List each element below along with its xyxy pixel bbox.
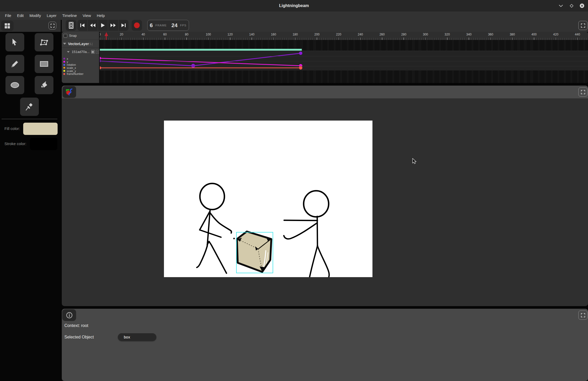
playback-controls [77, 20, 128, 31]
fill-color-swatch[interactable] [23, 123, 58, 135]
property-row-scale_x[interactable]: scale_x [62, 66, 99, 69]
grid-view-button[interactable] [1, 21, 14, 31]
play-button[interactable] [98, 20, 108, 31]
menu-item-help[interactable]: Help [94, 11, 108, 20]
frame-unit-label: FRAME [155, 24, 167, 27]
tool-ellipse[interactable] [5, 76, 24, 94]
property-row-y[interactable]: y [62, 60, 99, 63]
play-icon [101, 23, 105, 27]
keyframe-curve-area[interactable] [100, 51, 588, 70]
skip-to-end-button[interactable] [119, 20, 128, 31]
layer-row[interactable]: VectorLayer [L] [62, 40, 99, 48]
maximize-button[interactable] [568, 3, 575, 9]
ruler-major-tick [165, 38, 165, 40]
tools-expand-button[interactable] [48, 22, 56, 29]
inspector-panel: Context: root Selected Object box [62, 309, 588, 381]
layer-span-bar[interactable] [100, 49, 302, 51]
ruler-minor-ticks [100, 38, 588, 40]
context-text: Context: root [64, 323, 88, 328]
skip-to-start-button[interactable] [77, 20, 88, 31]
ruler-label: 120 [228, 33, 233, 36]
layer-collapse-icon[interactable] [63, 43, 66, 45]
menu-item-modify[interactable]: Modify [27, 11, 44, 20]
film-button[interactable] [66, 20, 76, 31]
ellipse-icon [10, 82, 19, 88]
property-row-x[interactable]: x [62, 57, 99, 60]
ruler-major-tick [360, 38, 361, 40]
chevron-down-icon [559, 5, 563, 7]
property-color-dot [63, 73, 65, 75]
ruler-label: 300 [423, 33, 428, 36]
ruler-major-tick [382, 38, 382, 40]
sublayer-visibility-toggle[interactable] [91, 50, 95, 54]
ruler-major-tick [425, 38, 426, 40]
fast-forward-button[interactable] [108, 20, 118, 31]
ruler-major-tick [186, 38, 187, 40]
stroke-color-swatch[interactable] [30, 138, 57, 150]
filled-square-icon [92, 51, 94, 53]
timeline-ruler[interactable]: 0204060801001201401601802002202402602803… [100, 32, 588, 40]
sublayer-row[interactable]: 151ad70a... ~ [62, 48, 99, 56]
menu-item-layer[interactable]: Layer [44, 11, 59, 20]
menu-bar: FileEditModifyLayerTimelineViewHelp [0, 11, 588, 20]
sublayer-curve-toggle[interactable]: ~ [96, 50, 99, 54]
ruler-major-tick [512, 38, 513, 40]
tool-transform[interactable] [35, 33, 53, 51]
ruler-major-tick [295, 38, 296, 40]
keyframe-dot-x [299, 52, 302, 55]
frame-fps-display: 6 FRAME 24 FPS [147, 20, 189, 31]
window-title: Lightningbeam [0, 0, 588, 11]
tool-eyedropper[interactable] [20, 98, 39, 116]
property-row-rotation[interactable]: rotation [62, 63, 99, 66]
property-row-scale_y[interactable]: scale_y [62, 69, 99, 73]
ruler-label: 360 [488, 33, 493, 36]
fast-forward-icon [111, 23, 116, 27]
property-name: rotation [67, 63, 76, 66]
property-name: frameNumber [67, 72, 83, 75]
layer-name: VectorLayer [68, 42, 89, 46]
record-button[interactable] [132, 20, 142, 31]
snap-label: Snap [69, 32, 77, 40]
tool-select[interactable] [5, 33, 24, 51]
canvas-expand-button[interactable] [578, 87, 587, 97]
stage[interactable] [164, 121, 372, 277]
ruler-major-tick [469, 38, 469, 40]
ruler-major-tick [447, 38, 448, 40]
sublayer-name: 151ad70a... [72, 50, 90, 54]
transform-icon [40, 38, 48, 46]
menu-item-file[interactable]: File [2, 11, 14, 20]
info-button[interactable] [62, 309, 76, 321]
tools-panel-header [0, 20, 61, 32]
menu-item-timeline[interactable]: Timeline [59, 11, 80, 20]
ruler-label: 140 [249, 33, 254, 36]
selected-object-input[interactable]: box [118, 333, 156, 341]
keyframe-dot-frameNumber [100, 67, 101, 69]
menu-item-edit[interactable]: Edit [14, 11, 27, 20]
expand-icon [51, 24, 54, 28]
playhead[interactable] [104, 32, 108, 40]
rectangle-icon [40, 61, 48, 67]
expand-icon [581, 90, 585, 94]
close-button[interactable] [579, 3, 585, 9]
ruler-major-tick [317, 38, 317, 40]
shapes-icon [65, 88, 73, 96]
ruler-major-tick [252, 38, 252, 40]
property-row-frameNumber[interactable]: frameNumber [62, 72, 99, 75]
minimize-button[interactable] [558, 3, 564, 9]
inspector-expand-button[interactable] [578, 311, 587, 320]
snap-checkbox[interactable] [64, 34, 67, 38]
tool-rectangle[interactable] [35, 55, 53, 73]
shapes-mode-button[interactable] [63, 86, 76, 98]
timeline-tracks[interactable]: 0204060801001201401601802002202402602803… [100, 32, 588, 83]
playhead-stem [106, 35, 107, 40]
sublayer-collapse-icon[interactable] [67, 51, 70, 53]
rewind-button[interactable] [88, 20, 98, 31]
rewind-icon [90, 23, 95, 27]
tool-paint-bucket[interactable] [35, 76, 53, 94]
stick-figure-left [197, 183, 231, 273]
menu-item-view[interactable]: View [80, 11, 94, 20]
timeline-expand-button[interactable] [578, 21, 587, 30]
tool-pencil[interactable] [5, 55, 24, 73]
ruler-label: 320 [445, 33, 450, 36]
ruler-label: 100 [206, 33, 211, 36]
